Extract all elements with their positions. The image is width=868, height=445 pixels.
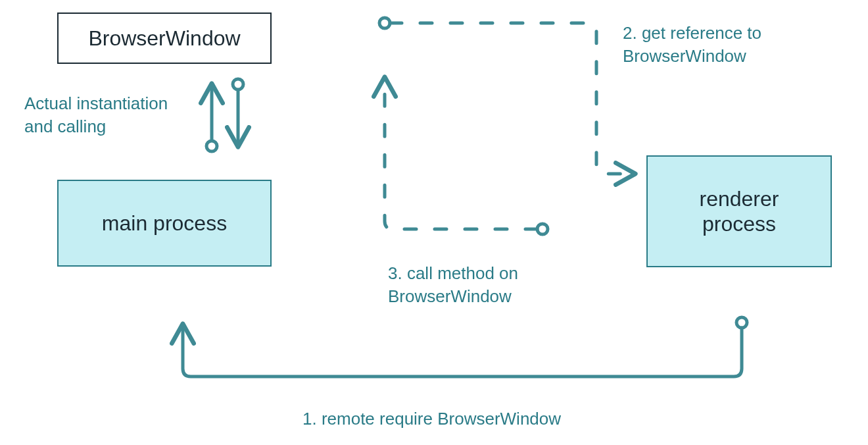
renderer-process-box: renderer process [646, 155, 832, 267]
arrow-step-2 [379, 18, 633, 174]
svg-point-6 [537, 224, 548, 234]
label-step-3: 3. call method on BrowserWindow [388, 262, 559, 308]
label-actual-instantiation: Actual instantiation and calling [24, 92, 195, 138]
label-step-2: 2. get reference to BrowserWindow [623, 22, 800, 68]
svg-point-4 [736, 317, 747, 328]
browser-window-label: BrowserWindow [88, 26, 240, 51]
main-process-box: main process [57, 180, 272, 267]
main-process-label: main process [102, 211, 227, 236]
svg-point-3 [233, 79, 243, 90]
arrow-actual-instantiation [206, 79, 243, 151]
renderer-process-label: renderer process [700, 186, 779, 237]
arrow-step-1 [183, 317, 747, 377]
browser-window-box: BrowserWindow [57, 13, 272, 64]
arrow-step-3 [385, 79, 548, 234]
label-step-1: 1. remote require BrowserWindow [302, 407, 561, 431]
svg-point-5 [379, 18, 390, 28]
svg-point-1 [206, 141, 217, 151]
